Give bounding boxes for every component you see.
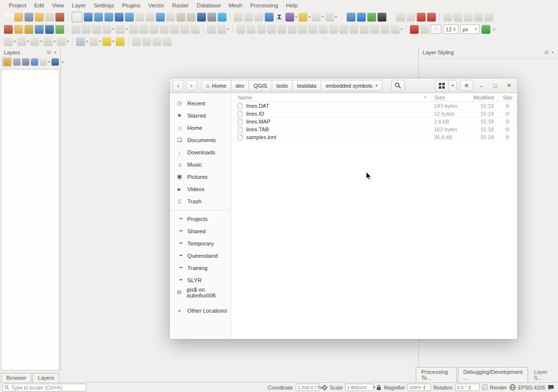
- open-data-source-manager-icon[interactable]: [4, 25, 13, 34]
- zoom-to-selection-icon[interactable]: [125, 13, 134, 22]
- select-by-form-icon[interactable]: [89, 37, 101, 46]
- menu-item[interactable]: Processing: [246, 1, 282, 10]
- undo-icon[interactable]: [180, 25, 189, 34]
- menu-item[interactable]: Help: [282, 1, 302, 10]
- edit-annotation-icon[interactable]: [163, 37, 172, 46]
- panel-float-close-icons[interactable]: ⊡ ×: [545, 50, 555, 55]
- expand-collapse-all-icon[interactable]: [51, 58, 59, 66]
- show-bookmarks-icon[interactable]: [197, 13, 206, 22]
- filter-legend-icon[interactable]: [31, 58, 38, 66]
- curved-label-icon[interactable]: [474, 13, 483, 22]
- delete-selected-icon[interactable]: [139, 25, 148, 34]
- move-label-icon[interactable]: [443, 13, 452, 22]
- measure-line-icon[interactable]: [285, 13, 297, 22]
- sidebar-network-item[interactable]: ⊟ gis$ on aubnfsv006: [170, 286, 230, 298]
- locator-box[interactable]: [2, 384, 86, 392]
- sidebar-place-item[interactable]: ❏ Documents: [170, 134, 230, 146]
- select-by-location-icon[interactable]: [116, 37, 125, 46]
- breadcrumb-button[interactable]: testdata: [293, 80, 321, 91]
- menu-item[interactable]: Project: [5, 1, 30, 10]
- toggle-extents-icon[interactable]: [322, 385, 328, 391]
- open-layer-styling-icon[interactable]: [2, 57, 12, 67]
- sidebar-place-item[interactable]: ► Videos: [170, 183, 230, 195]
- plugin-reloader-icon[interactable]: [357, 13, 366, 22]
- statistical-summary-icon[interactable]: [254, 13, 263, 22]
- column-header-modified[interactable]: Modified: [469, 95, 498, 100]
- new-annotation-icon[interactable]: [312, 13, 324, 22]
- sidebar-bookmark-item[interactable]: Temporary: [170, 237, 230, 249]
- add-spatialite-layer-icon[interactable]: [45, 25, 54, 34]
- open-project-icon[interactable]: [14, 13, 23, 22]
- slyr-tool-icon[interactable]: [410, 25, 419, 34]
- label-pin-unpin-icon[interactable]: [417, 13, 426, 22]
- spinner-arrows-icon[interactable]: ▲▼: [453, 27, 456, 32]
- reshape-features-icon[interactable]: [339, 25, 348, 34]
- new-project-icon[interactable]: [4, 13, 13, 22]
- file-row[interactable]: lines.ID 12 bytes 15:18 ☆: [231, 110, 517, 118]
- menu-item[interactable]: Raster: [168, 1, 193, 10]
- spinner-arrows-icon[interactable]: ▲▼: [468, 385, 471, 390]
- rotate-point-symbols-icon[interactable]: [391, 25, 403, 34]
- zoom-native-icon[interactable]: [146, 13, 154, 22]
- minimize-button[interactable]: –: [476, 80, 487, 91]
- digitize-curve-icon[interactable]: [207, 25, 216, 34]
- split-features-icon[interactable]: [360, 25, 369, 34]
- breadcrumb-button[interactable]: QGIS: [249, 80, 272, 91]
- breadcrumb-button[interactable]: tests: [272, 80, 293, 91]
- file-row[interactable]: lines.DAT 143 bytes 15:18 ☆: [231, 102, 517, 110]
- zoom-in-icon[interactable]: [94, 13, 103, 22]
- menu-item[interactable]: Settings: [90, 1, 118, 10]
- zoom-last-icon[interactable]: [156, 13, 165, 22]
- fill-ring-icon[interactable]: [298, 25, 307, 34]
- select-by-expression-icon[interactable]: [102, 37, 114, 46]
- search-button[interactable]: [391, 80, 405, 91]
- locator-input[interactable]: [11, 385, 80, 391]
- split-parts-icon[interactable]: [350, 25, 358, 34]
- rotation-spinbox[interactable]: 0.0 ° ▲▼: [455, 384, 480, 391]
- qgis-plugin-icon[interactable]: [367, 13, 376, 22]
- sidebar-other-locations-item[interactable]: + Other Locations: [170, 304, 230, 317]
- crs-status-label[interactable]: EPSG:4326: [518, 385, 545, 391]
- magnifier-spinbox[interactable]: 100% ▲▼: [407, 384, 431, 391]
- sidebar-place-item[interactable]: ★ Starred: [170, 109, 230, 122]
- scale-combobox[interactable]: 1:809143 ▾: [345, 384, 374, 391]
- dock-tab[interactable]: Processing To...: [416, 367, 457, 382]
- python-console-icon[interactable]: [347, 13, 355, 22]
- zoom-to-layer-icon[interactable]: [135, 13, 144, 22]
- digitize-with-curve-icon[interactable]: [4, 37, 16, 46]
- stream-digitizing-icon[interactable]: [217, 25, 229, 34]
- label-properties-icon[interactable]: [484, 13, 493, 22]
- sidebar-place-item[interactable]: ◷ Recent: [170, 97, 230, 109]
- draw-regular-polygon-icon[interactable]: [57, 37, 69, 46]
- sidebar-place-item[interactable]: ▯ Trash: [170, 195, 230, 207]
- forward-button[interactable]: ›: [186, 80, 197, 91]
- breadcrumb-home-button[interactable]: ⌂ Home: [201, 80, 231, 91]
- cut-features-icon[interactable]: [150, 25, 158, 34]
- merge-features-icon[interactable]: [370, 25, 379, 34]
- new-print-layout-icon[interactable]: [45, 13, 54, 22]
- menu-item[interactable]: Edit: [30, 1, 48, 10]
- file-row[interactable]: lines.MAP 2.6 kB 15:18 ☆: [231, 118, 517, 125]
- show-sum-icon[interactable]: Σ: [275, 13, 284, 22]
- trim-extend-icon[interactable]: [420, 25, 429, 34]
- menu-item[interactable]: Vector: [144, 1, 168, 10]
- label-show-hide-icon[interactable]: [406, 13, 415, 22]
- panel-overflow-icon[interactable]: »: [61, 59, 64, 65]
- vertex-tool-icon[interactable]: [116, 25, 127, 34]
- label-pin-icon[interactable]: [396, 13, 405, 22]
- new-shapefile-layer-icon[interactable]: [55, 25, 64, 34]
- menu-item[interactable]: Database: [193, 1, 225, 10]
- zoom-next-icon[interactable]: [166, 13, 175, 22]
- view-options-dropdown[interactable]: ▾: [449, 80, 457, 91]
- add-part-icon[interactable]: [288, 25, 297, 34]
- add-vector-layer-icon[interactable]: [14, 25, 23, 34]
- draw-ellipse-icon[interactable]: [30, 37, 42, 46]
- globe-crs-icon[interactable]: [509, 384, 516, 391]
- filter-by-expression-icon[interactable]: [40, 58, 50, 66]
- star-toggle-icon[interactable]: ☆: [498, 134, 517, 141]
- column-header-star[interactable]: Star: [498, 95, 517, 100]
- label-toolbar-icon[interactable]: [325, 13, 337, 22]
- column-header-size[interactable]: Size: [431, 95, 469, 100]
- new-3d-map-view-icon[interactable]: [187, 13, 196, 22]
- dock-tab[interactable]: Layer S...: [529, 368, 557, 382]
